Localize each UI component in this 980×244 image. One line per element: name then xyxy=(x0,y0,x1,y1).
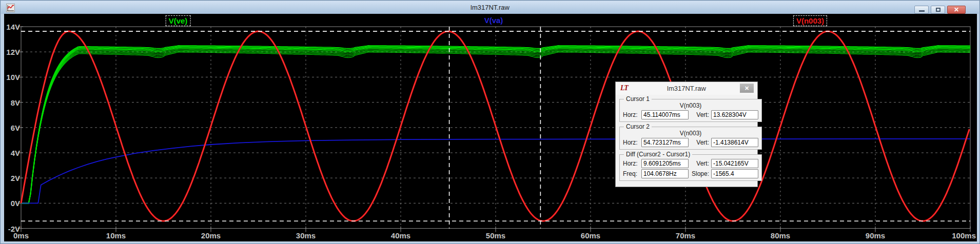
y-axis-tick-label: 12V xyxy=(5,48,20,56)
cursor-dialog-title: lm317NT.raw xyxy=(616,85,757,92)
close-icon: ✕ xyxy=(954,7,959,13)
y-axis-tick-label: 2V xyxy=(5,174,20,182)
restore-button[interactable] xyxy=(931,6,945,14)
cursor2-vert-label: Vert: xyxy=(689,139,709,146)
cursor2-signal: V(n003) xyxy=(623,130,758,137)
cursor1-horz-label: Horz: xyxy=(623,111,641,118)
trace-label-vn003[interactable]: V(n003) xyxy=(793,15,827,26)
cursor1-vert-label: Vert: xyxy=(689,111,709,118)
y-axis-tick-label: 10V xyxy=(5,73,20,82)
cursor-dialog[interactable]: LT lm317NT.raw ✕ Cursor 1 V(n003) Horz: … xyxy=(615,82,758,187)
cursor1-vert-field[interactable] xyxy=(711,110,758,119)
cursor2-horz-field[interactable] xyxy=(641,138,689,147)
window-title: lm317NT.raw xyxy=(1,4,979,11)
y-axis-tick-label: 4V xyxy=(5,149,20,157)
diff-slope-field[interactable] xyxy=(711,169,758,178)
trace-label-vve[interactable]: V(ve) xyxy=(166,15,191,26)
x-axis-tick-label: 10ms xyxy=(106,231,126,240)
diff-vert-field[interactable] xyxy=(711,159,758,168)
cursor1-group: Cursor 1 V(n003) Horz: Vert: xyxy=(619,95,762,122)
title-bar[interactable]: lm317NT.raw ✕ xyxy=(1,1,979,14)
diff-vert-label: Vert: xyxy=(689,160,709,167)
waveform-chart[interactable] xyxy=(4,14,977,241)
cursor1-horz-field[interactable] xyxy=(641,110,689,119)
y-axis-tick-label: 8V xyxy=(5,98,20,107)
y-axis-tick-label: 0V xyxy=(5,199,20,208)
x-axis-tick-label: 90ms xyxy=(866,231,885,240)
x-axis-tick-label: 80ms xyxy=(771,231,790,240)
cursor2-vert-field[interactable] xyxy=(711,138,758,147)
waveform-viewer-window: lm317NT.raw ✕ 14V12V10V8V6V4V2V0V-2V0ms1… xyxy=(0,0,980,244)
cursor1-group-label: Cursor 1 xyxy=(624,95,652,103)
diff-freq-field[interactable] xyxy=(641,169,689,178)
minimize-icon xyxy=(919,10,925,12)
x-axis-tick-label: 60ms xyxy=(581,231,600,240)
y-axis-tick-label: 6V xyxy=(5,123,20,132)
diff-freq-label: Freq: xyxy=(623,170,641,177)
cursor2-group-label: Cursor 2 xyxy=(624,123,652,130)
cursor1-signal: V(n003) xyxy=(623,102,758,109)
cursor-dialog-close-button[interactable]: ✕ xyxy=(740,84,754,93)
diff-horz-label: Horz: xyxy=(623,160,641,167)
x-axis-tick-label: 40ms xyxy=(391,231,410,240)
x-axis-tick-label: 20ms xyxy=(201,231,221,240)
x-axis-tick-label: 70ms xyxy=(676,231,695,240)
diff-group: Diff (Cursor2 - Cursor1) Horz: Vert: Fre… xyxy=(619,151,762,181)
y-axis-tick-label: 14V xyxy=(5,23,20,31)
restore-icon xyxy=(936,8,940,12)
cursor2-group: Cursor 2 V(n003) Horz: Vert: xyxy=(619,123,762,150)
diff-group-label: Diff (Cursor2 - Cursor1) xyxy=(624,151,692,158)
x-axis-tick-label: 30ms xyxy=(296,231,316,240)
cursor2-horz-label: Horz: xyxy=(623,139,641,146)
cursor-dialog-titlebar[interactable]: LT lm317NT.raw ✕ xyxy=(616,82,757,95)
trace-vn003 xyxy=(21,31,969,221)
close-button[interactable]: ✕ xyxy=(947,6,966,14)
x-axis-tick-label: 50ms xyxy=(486,231,505,240)
plot-pane[interactable]: 14V12V10V8V6V4V2V0V-2V0ms10ms20ms30ms40m… xyxy=(4,14,977,241)
x-axis-tick-label: 100ms xyxy=(952,231,976,240)
minimize-button[interactable] xyxy=(914,6,929,14)
trace-label-vva[interactable]: V(va) xyxy=(482,15,506,25)
diff-horz-field[interactable] xyxy=(641,159,689,168)
x-axis-tick-label: 0ms xyxy=(13,231,29,240)
diff-slope-label: Slope: xyxy=(689,170,709,177)
